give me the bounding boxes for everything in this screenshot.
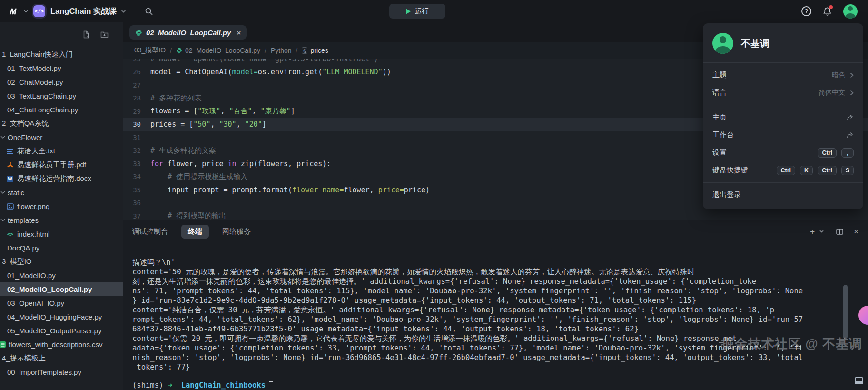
tree-file[interactable]: 01_TextModel.py	[0, 61, 123, 75]
tree-file[interactable]: 03_TextLangChain.py	[0, 89, 123, 103]
terminal-output[interactable]: 描述吗？\n'content='50 元的玫瑰，是爱的使者，传递着深情与浪漫。它…	[123, 242, 868, 390]
code-text: prices = ["50", "30", "20"]	[150, 120, 266, 129]
tree-file[interactable]: flowers_with_descriptions.csv	[0, 338, 123, 351]
tree-item-label: 3_模型IO	[2, 257, 32, 266]
chevron-right-icon	[850, 72, 854, 78]
topbar-divider	[138, 7, 138, 16]
tree-folder[interactable]: 4_提示模板上	[0, 351, 123, 365]
new-file-icon[interactable]	[82, 30, 90, 39]
panel-toggle-icon[interactable]	[855, 377, 863, 384]
file-explorer-sidebar: 1_LangChain快速入门01_TextModel.py02_ChatMod…	[0, 22, 123, 390]
panel-tab[interactable]: 网络服务	[222, 227, 251, 236]
tree-item-label: flowers_with_descriptions.csv	[9, 340, 103, 349]
terminal-line: } id='run-83e7c1d2-9e9c-4dd0-9da5-9b2ed9…	[132, 296, 868, 305]
breadcrumb-item[interactable]: @prices	[302, 47, 328, 54]
new-terminal-icon[interactable]: +	[810, 228, 815, 236]
tree-file[interactable]: <>index.html	[0, 227, 123, 241]
tree-folder[interactable]: 3_模型IO	[0, 255, 123, 269]
code-text: # model = OpenAI(model_name="gpt-3.5-tur…	[150, 59, 378, 63]
pdf-file-icon	[6, 161, 14, 169]
tree-file[interactable]: 04_ChatLongChain.py	[0, 103, 123, 117]
terminal-scrollbar[interactable]	[843, 285, 848, 339]
panel-tab[interactable]: 调试控制台	[132, 227, 168, 236]
tree-item-label: 04_ModelIO_HuggingFace.py	[7, 313, 102, 321]
tree-item-label: templates	[8, 216, 39, 224]
code-text: # 得到模型的输出	[150, 211, 226, 220]
tree-item-label: 2_文档QA系统	[2, 119, 49, 128]
menu-item[interactable]: 设置Ctrl,	[703, 144, 863, 161]
file-tree: 1_LangChain快速入门01_TextModel.py02_ChatMod…	[0, 48, 123, 379]
tree-folder[interactable]: 2_文档QA系统	[0, 117, 123, 130]
breadcrumb-item[interactable]: 02_ModelIO_LoopCall.py	[176, 47, 260, 54]
menu-item-label: 设置	[712, 148, 727, 157]
split-panel-icon[interactable]	[836, 229, 843, 235]
csv-file-icon	[0, 341, 7, 348]
tree-file[interactable]: 00_ImportTemplates.py	[0, 365, 123, 379]
close-panel-icon[interactable]: ×	[854, 228, 858, 236]
keycap: Ctrl	[818, 166, 837, 175]
panel-tab[interactable]: 终端	[181, 225, 209, 239]
user-menu-popover: 不基调 主题暗色语言简体中文主页工作台设置Ctrl,键盘快捷键CtrlKCtrl…	[703, 23, 863, 209]
tree-item-label: OneFlower	[8, 133, 42, 141]
breadcrumb-item[interactable]: Python	[271, 47, 292, 54]
tree-file[interactable]: 易速鲜花员工手册.pdf	[0, 158, 123, 172]
terminal-line: content='纯洁百合，仅需 30 元，芬芳满溢，爱意永恒。' additi…	[132, 305, 868, 315]
tree-file[interactable]: DocQA.py	[0, 241, 123, 255]
menu-item[interactable]: 主页	[703, 109, 863, 126]
menu-item[interactable]: 键盘快捷键CtrlKCtrlS	[703, 161, 863, 179]
menu-item[interactable]: 主题暗色	[703, 66, 863, 84]
tree-folder[interactable]: static	[0, 186, 123, 200]
line-number: 35	[123, 186, 150, 194]
tree-file[interactable]: 05_ModelIO_OutputParser.py	[0, 324, 123, 338]
txt-file-icon	[6, 148, 14, 155]
tree-item-label: 02_ChatModel.py	[7, 78, 63, 86]
project-chevron-down-icon[interactable]	[120, 9, 126, 14]
menu-item[interactable]: 退出登录	[703, 186, 863, 204]
terminal-line: adata={'token_usage': {'completion_token…	[132, 343, 868, 353]
terminal-dropdown-icon[interactable]	[819, 230, 824, 233]
tree-folder[interactable]: templates	[0, 213, 123, 227]
tree-file[interactable]: 花语大全.txt	[0, 144, 123, 158]
terminal-line: _tokens': 77}	[132, 362, 868, 372]
user-avatar[interactable]	[843, 4, 858, 19]
tree-file[interactable]: 04_ModelIO_HuggingFace.py	[0, 310, 123, 324]
tree-file[interactable]: 02_ChatModel.py	[0, 75, 123, 89]
line-number: 27	[123, 81, 150, 89]
code-line[interactable]: 37 # 得到模型的输出	[123, 210, 868, 220]
menu-item[interactable]: 语言简体中文	[703, 84, 863, 101]
menu-item-label: 键盘快捷键	[712, 166, 748, 175]
editor-tab-active[interactable]: 02_ModelIO_LoopCall.py ×	[129, 25, 247, 40]
code-text: for flower, price in zip(flowers, prices…	[150, 160, 331, 168]
breadcrumb-label: Python	[271, 47, 292, 54]
breadcrumb-item[interactable]: 03_模型IO	[134, 46, 166, 55]
notifications-bell-icon[interactable]	[823, 7, 832, 16]
marscode-logo-icon[interactable]	[8, 7, 19, 16]
panel-tab-bar: 调试控制台终端网络服务+×	[123, 220, 868, 242]
menu-item-label: 主题	[712, 70, 727, 80]
tree-file[interactable]: 01_ModelIO.py	[0, 269, 123, 282]
help-icon[interactable]: ?	[801, 6, 811, 16]
tree-folder[interactable]: 1_LangChain快速入门	[0, 48, 123, 61]
tree-item-label: 1_LangChain快速入门	[2, 50, 73, 59]
menu-item[interactable]: 工作台	[703, 126, 863, 144]
menu-item-label: 退出登录	[712, 190, 741, 200]
search-icon[interactable]	[145, 7, 153, 16]
folder-chevron-icon	[0, 135, 5, 140]
tree-folder[interactable]: OneFlower	[0, 130, 123, 144]
project-title[interactable]: LangChain 实战课	[50, 6, 117, 17]
breadcrumb-label: prices	[310, 47, 328, 54]
tree-item-label: 05_ModelIO_OutputParser.py	[7, 327, 101, 335]
tree-file[interactable]: flower.png	[0, 200, 123, 213]
breadcrumb-separator: /	[296, 47, 298, 54]
tree-file[interactable]: W易速鲜花运营指南.docx	[0, 172, 123, 186]
chevron-right-icon	[850, 90, 854, 96]
tree-file[interactable]: 03_OpenAI_IO.py	[0, 296, 123, 310]
menu-item-label: 工作台	[712, 130, 734, 140]
tree-file[interactable]: 02_ModelIO_LoopCall.py	[0, 282, 123, 296]
run-button[interactable]: 运行	[389, 4, 445, 19]
tree-item-label: 03_OpenAI_IO.py	[7, 299, 64, 307]
tree-item-label: 01_TextModel.py	[7, 64, 61, 72]
new-folder-icon[interactable]	[100, 30, 108, 39]
workspace-chevron-down-icon[interactable]	[23, 9, 29, 14]
tab-close-icon[interactable]: ×	[237, 29, 241, 37]
